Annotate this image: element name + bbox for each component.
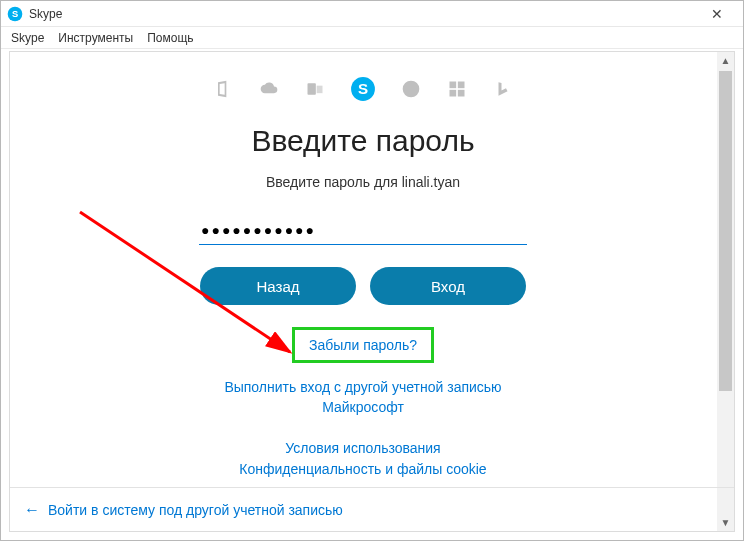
other-account-link-block[interactable]: Выполнить вход с другой учетной записью … [224,377,501,418]
other-account-line1[interactable]: Выполнить вход с другой учетной записью [224,377,501,397]
svg-rect-2 [308,83,316,95]
footer: ← Войти в систему под другой учетной зап… [10,487,734,531]
login-button[interactable]: Вход [370,267,526,305]
menu-help[interactable]: Помощь [147,31,193,45]
svg-text:S: S [12,9,18,19]
menu-tools[interactable]: Инструменты [58,31,133,45]
titlebar: S Skype ✕ [1,1,743,27]
back-arrow-icon[interactable]: ← [24,501,40,519]
svg-point-5 [403,81,420,98]
outlook-icon [304,78,326,100]
page-subheading: Введите пароль для linali.tyan [266,174,460,190]
app-window: S Skype ✕ Skype Инструменты Помощь ▲ ▼ S [0,0,744,541]
skype-icon: S [350,76,376,102]
other-account-line2[interactable]: Майкрософт [224,397,501,417]
xbox-icon [400,78,422,100]
svg-text:S: S [358,80,368,97]
office-icon [212,78,234,100]
onedrive-icon [258,78,280,100]
button-row: Назад Вход [200,267,526,305]
svg-rect-7 [458,82,465,89]
legal-links: Условия использования Конфиденциальность… [10,438,716,479]
scroll-up-arrow-icon[interactable]: ▲ [717,52,734,69]
forgot-password-link[interactable]: Забыли пароль? [309,337,417,353]
page-heading: Введите пароль [251,124,474,158]
vertical-scrollbar[interactable]: ▲ ▼ [717,52,734,531]
menu-skype[interactable]: Skype [11,31,44,45]
window-title: Skype [29,7,697,21]
privacy-link[interactable]: Конфиденциальность и файлы cookie [10,459,716,479]
content-pane: ▲ ▼ S Введите пароль Введите пароль для … [9,51,735,532]
ms-product-icons: S [212,76,514,102]
terms-link[interactable]: Условия использования [10,438,716,458]
back-button[interactable]: Назад [200,267,356,305]
bing-icon [492,78,514,100]
svg-rect-8 [450,90,457,97]
windows-icon [446,78,468,100]
password-input[interactable] [201,222,525,238]
login-panel: S Введите пароль Введите пароль для lina… [10,52,716,485]
skype-app-icon: S [7,6,23,22]
window-close-button[interactable]: ✕ [697,2,737,26]
menubar: Skype Инструменты Помощь [1,27,743,49]
svg-rect-9 [458,90,465,97]
password-field-row [199,216,527,245]
svg-rect-6 [450,82,457,89]
scroll-thumb[interactable] [719,71,732,391]
forgot-password-highlight: Забыли пароль? [292,327,434,363]
scroll-track[interactable] [717,69,734,514]
footer-signin-other[interactable]: Войти в систему под другой учетной запис… [48,502,343,518]
